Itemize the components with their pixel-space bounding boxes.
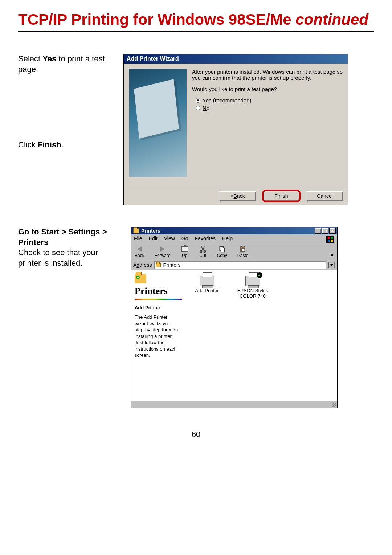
label: Cut (199, 253, 206, 258)
menu-help[interactable]: Help (222, 236, 233, 243)
menu-edit[interactable]: Edit (149, 236, 158, 243)
default-check-icon: ✓ (257, 272, 262, 278)
text: elp (226, 236, 233, 241)
printer-icon: ✓ (245, 276, 260, 286)
page-title-continued: continued (295, 11, 368, 28)
printers-titlebar: Printers _ □ × (131, 227, 337, 234)
page-title-main: TCP/IP Printing for Windows 98SE/Me (18, 11, 295, 28)
toolbar-copy[interactable]: Copy (217, 246, 227, 258)
text: a (198, 236, 201, 241)
add-printer-wizard-dialog: Add Printer Wizard After your printer is… (123, 54, 348, 205)
printers-icon-area: Add Printer ✓ EPSON Stylus COLOR 740 (185, 270, 337, 401)
instructions-column-1: Select Yes to print a test page. Click F… (18, 54, 113, 150)
arrow-left-icon (137, 246, 142, 252)
instruction-check-installed: Check to see that your printer is instal… (18, 248, 120, 268)
instruction-click-finish: Click Finish. (18, 140, 113, 150)
text: dress (139, 262, 152, 268)
minimize-button[interactable]: _ (315, 228, 321, 234)
wizard-question: Would you like to print a test page? (192, 86, 343, 92)
side-subtitle: Add Printer (135, 305, 182, 310)
cancel-button[interactable]: Cancel (307, 191, 343, 201)
toolbar-up[interactable]: Up (181, 246, 189, 258)
side-description: The Add Printer wizard walks you step-by… (135, 314, 182, 359)
text: EPSON Stylus (237, 288, 268, 293)
icon-label: EPSON Stylus COLOR 740 (237, 288, 268, 299)
text: F (195, 236, 198, 241)
text-bold: Finish (38, 140, 61, 149)
radio-yes[interactable]: Yes (recommended) (196, 97, 343, 103)
menu-favorites[interactable]: Favorites (195, 236, 216, 243)
toolbar-forward[interactable]: Forward (155, 246, 171, 258)
text: B (234, 193, 237, 199)
text: ack (237, 193, 245, 199)
text: G (181, 236, 185, 241)
side-title: Printers (135, 286, 182, 297)
text: o (207, 105, 209, 111)
printers-window: Printers _ □ × File Edit View Go Favorit… (131, 227, 338, 408)
text: Select (18, 54, 42, 63)
text: Finish (274, 193, 288, 199)
toolbar-cut[interactable]: Cut (199, 246, 207, 258)
windows-logo-icon (326, 236, 334, 243)
icon-label: Add Printer (195, 288, 219, 293)
window-title: Printers (141, 228, 160, 234)
svg-point-0 (200, 250, 202, 252)
instruction-goto-printers: Go to Start > Settings > Printers (18, 227, 120, 248)
svg-rect-3 (221, 248, 224, 252)
paste-icon (239, 246, 247, 252)
label: Forward (155, 253, 171, 258)
back-button[interactable]: < Back (220, 191, 256, 201)
text: Cancel (317, 193, 333, 199)
text: E (149, 236, 152, 241)
text: < (230, 193, 233, 199)
arrow-right-icon (160, 246, 165, 252)
text: V (164, 236, 167, 241)
up-icon (181, 246, 188, 252)
toolbar-back[interactable]: Back (135, 246, 144, 258)
text: Click (18, 140, 38, 149)
text-bold: Go to Start > Settings > Printers (18, 227, 107, 247)
label: Paste (237, 253, 249, 258)
svg-rect-5 (242, 246, 244, 247)
side-panel: Printers Add Printer The Add Printer wiz… (131, 270, 185, 401)
instruction-select-yes: Select Yes to print a test page. (18, 54, 113, 74)
text: Y (203, 97, 206, 103)
text: o (185, 236, 188, 241)
svg-point-1 (204, 250, 205, 252)
add-printer-item[interactable]: Add Printer (191, 276, 223, 293)
text: . (61, 140, 64, 149)
address-label: Address (133, 262, 152, 268)
close-button[interactable]: × (329, 228, 336, 234)
toolbar-paste[interactable]: Paste (237, 246, 249, 258)
wizard-titlebar: Add Printer Wizard (124, 54, 348, 64)
radio-icon (196, 106, 200, 110)
menu-file[interactable]: File (134, 236, 142, 243)
folder-icon (133, 228, 139, 233)
address-dropdown[interactable] (328, 262, 335, 268)
menu-go[interactable]: Go (181, 236, 188, 243)
label: Back (135, 253, 144, 258)
text: iew (167, 236, 175, 241)
maximize-button[interactable]: □ (322, 228, 328, 234)
wizard-illustration (129, 69, 187, 177)
text: d (136, 262, 139, 268)
epson-printer-item[interactable]: ✓ EPSON Stylus COLOR 740 (236, 276, 269, 299)
wizard-description: After your printer is installed, Windows… (192, 69, 343, 81)
menu-view[interactable]: View (164, 236, 175, 243)
cut-icon (199, 246, 207, 252)
text-bold: Yes (42, 54, 56, 63)
text: H (222, 236, 226, 241)
text: A (133, 262, 136, 268)
finish-button[interactable]: Finish (263, 191, 299, 201)
radio-no[interactable]: No (196, 105, 343, 111)
copy-icon (218, 246, 226, 252)
address-field[interactable]: Printers (154, 261, 326, 269)
status-bar (131, 401, 337, 408)
address-value: Printers (163, 262, 180, 268)
label: Copy (217, 253, 227, 258)
radio-icon (196, 98, 200, 103)
toolbar-more[interactable]: » (330, 252, 334, 258)
title-underline (18, 31, 374, 32)
text: dit (152, 236, 158, 241)
text: ile (137, 236, 142, 241)
